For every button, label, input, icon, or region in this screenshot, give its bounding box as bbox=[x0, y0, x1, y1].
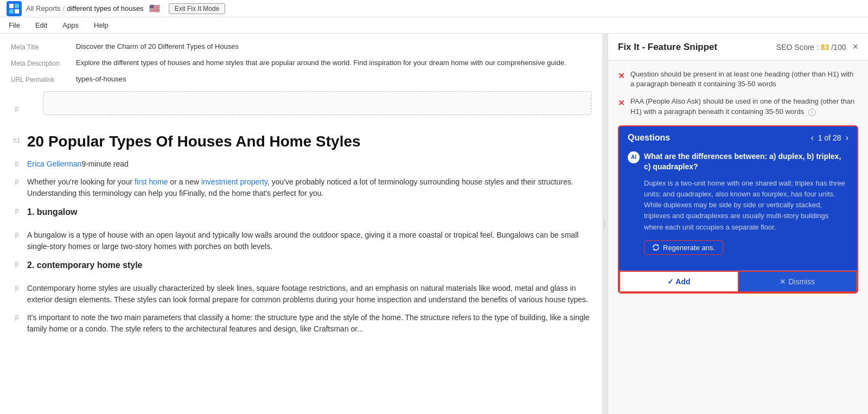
issue-2: ✕ PAA (People Also Ask) should be used i… bbox=[618, 97, 858, 116]
issue-2-text: PAA (People Also Ask) should be used in … bbox=[630, 97, 858, 116]
meta-title-value: Discover the Charm of 20 Different Types… bbox=[76, 42, 591, 50]
section-1-title: 1. bungalow bbox=[27, 206, 77, 219]
seo-score-label: SEO Score :83/100 bbox=[776, 43, 846, 52]
url-permalink-label: URL Permalink bbox=[11, 75, 76, 84]
read-time: 9-minute read bbox=[81, 160, 128, 168]
menu-file[interactable]: File bbox=[7, 20, 22, 30]
menu-help[interactable]: Help bbox=[92, 20, 111, 30]
issue-2-icon: ✕ bbox=[618, 97, 625, 109]
p-label-author: p bbox=[11, 158, 23, 167]
question-text: What are the differences between: a) dup… bbox=[644, 151, 848, 173]
resize-handle[interactable]: ⋮ bbox=[602, 34, 608, 414]
p-label-s1b: p bbox=[11, 230, 23, 238]
seo-score-value: 83 bbox=[821, 43, 829, 52]
section-1-body: A bungalow is a type of house with an op… bbox=[27, 230, 591, 252]
p-label-s2b: p bbox=[11, 283, 23, 291]
regenerate-button[interactable]: Regenerate ans. bbox=[644, 240, 723, 255]
flag-icon: 🇺🇸 bbox=[149, 3, 160, 14]
issue-1-icon: ✕ bbox=[618, 70, 625, 81]
regenerate-label: Regenerate ans. bbox=[663, 244, 715, 252]
svg-rect-0 bbox=[9, 4, 14, 8]
info-icon[interactable]: i bbox=[808, 109, 816, 116]
questions-header: Questions ‹ 1 of 28 › bbox=[619, 126, 857, 147]
card-actions: ✓ Add ✕ Dismiss bbox=[619, 270, 857, 292]
section-1-body-row: p A bungalow is a type of house with an … bbox=[11, 230, 591, 252]
breadcrumb: All Reports / different types of houses … bbox=[26, 3, 160, 14]
h1-text: 20 Popular Types Of Houses And Home Styl… bbox=[27, 132, 361, 151]
panel-title: Fix It - Feature Snippet bbox=[618, 42, 717, 53]
question-row: AI What are the differences between: a) … bbox=[628, 151, 848, 173]
p-label-s1: p bbox=[11, 206, 23, 214]
meta-description-row: Meta Description Explore the different t… bbox=[11, 59, 591, 67]
questions-next-button[interactable]: › bbox=[846, 133, 848, 143]
section-3-body: It's important to note the two main para… bbox=[27, 312, 591, 335]
breadcrumb-base[interactable]: All Reports bbox=[26, 4, 61, 12]
meta-description-label: Meta Description bbox=[11, 59, 76, 67]
p-label-s3: p bbox=[11, 312, 23, 321]
first-home-link[interactable]: first home bbox=[135, 177, 168, 186]
meta-description-value: Explore the different types of houses an… bbox=[76, 59, 591, 67]
svg-rect-1 bbox=[15, 4, 19, 8]
app-logo bbox=[7, 1, 22, 16]
breadcrumb-separator: / bbox=[63, 4, 65, 12]
regenerate-icon bbox=[652, 244, 660, 251]
section-1-title-row: p 1. bungalow bbox=[11, 206, 591, 223]
author-row: p Erica Gellerman9-minute read bbox=[11, 158, 591, 170]
url-permalink-row: URL Permalink types-of-houses bbox=[11, 75, 591, 84]
p-label-1: p bbox=[11, 176, 23, 185]
questions-prev-button[interactable]: ‹ bbox=[811, 133, 814, 143]
ai-badge: AI bbox=[628, 151, 640, 163]
empty-paragraph[interactable] bbox=[43, 91, 591, 115]
menu-apps[interactable]: Apps bbox=[60, 20, 81, 30]
breadcrumb-current: different types of houses bbox=[67, 4, 143, 12]
right-panel: Fix It - Feature Snippet SEO Score :83/1… bbox=[608, 34, 868, 414]
main-layout: Meta Title Discover the Charm of 20 Diff… bbox=[0, 34, 868, 414]
menu-edit[interactable]: Edit bbox=[33, 20, 49, 30]
add-button[interactable]: ✓ Add bbox=[619, 271, 739, 292]
author-text: Erica Gellerman9-minute read bbox=[27, 158, 129, 170]
para-1-text: Whether you're looking for your first ho… bbox=[27, 176, 591, 199]
issue-1: ✕ Question should be present in at least… bbox=[618, 69, 858, 89]
dismiss-button[interactable]: ✕ Dismiss bbox=[739, 271, 858, 292]
section-3-body-row: p It's important to note the two main pa… bbox=[11, 312, 591, 335]
panel-body: ✕ Question should be present in at least… bbox=[608, 61, 868, 302]
questions-card: Questions ‹ 1 of 28 › AI What are the di… bbox=[618, 125, 858, 294]
url-permalink-value: types-of-houses bbox=[76, 75, 591, 83]
meta-title-row: Meta Title Discover the Charm of 20 Diff… bbox=[11, 42, 591, 51]
h1-row: h1 20 Popular Types Of Houses And Home S… bbox=[11, 132, 591, 151]
questions-nav: ‹ 1 of 28 › bbox=[811, 133, 848, 143]
exit-fix-it-button[interactable]: Exit Fix It Mode bbox=[169, 3, 226, 14]
investment-property-link[interactable]: investment property bbox=[201, 177, 267, 186]
answer-text: Duplex is a two-unit home with one share… bbox=[628, 178, 848, 233]
top-bar: All Reports / different types of houses … bbox=[0, 0, 868, 17]
para-1-row: p Whether you're looking for your first … bbox=[11, 176, 591, 199]
panel-header: Fix It - Feature Snippet SEO Score :83/1… bbox=[608, 34, 868, 61]
content-area: Meta Title Discover the Charm of 20 Diff… bbox=[0, 34, 602, 414]
meta-title-label: Meta Title bbox=[11, 42, 76, 51]
section-2-title-row: p 2. contemporary home style bbox=[11, 259, 591, 276]
question-body: AI What are the differences between: a) … bbox=[619, 147, 857, 270]
menu-bar: File Edit Apps Help bbox=[0, 17, 868, 34]
author-link[interactable]: Erica Gellerman bbox=[27, 160, 81, 168]
questions-counter: 1 of 28 bbox=[818, 133, 841, 142]
svg-rect-3 bbox=[15, 9, 19, 14]
section-2-body-row: p Contemporary home styles are usually c… bbox=[11, 283, 591, 305]
seo-label-text: SEO Score : bbox=[776, 43, 819, 52]
section-2-body: Contemporary home styles are usually cha… bbox=[27, 283, 591, 305]
svg-rect-2 bbox=[9, 9, 14, 14]
seo-total: /100 bbox=[831, 43, 846, 52]
p-label-empty: p bbox=[11, 104, 23, 112]
close-button[interactable]: × bbox=[852, 41, 858, 53]
h1-label: h1 bbox=[11, 132, 23, 144]
questions-title: Questions bbox=[628, 133, 670, 143]
p-label-s2: p bbox=[11, 259, 23, 267]
issue-1-text: Question should be present in at least o… bbox=[630, 69, 858, 89]
section-2-title: 2. contemporary home style bbox=[27, 259, 143, 272]
